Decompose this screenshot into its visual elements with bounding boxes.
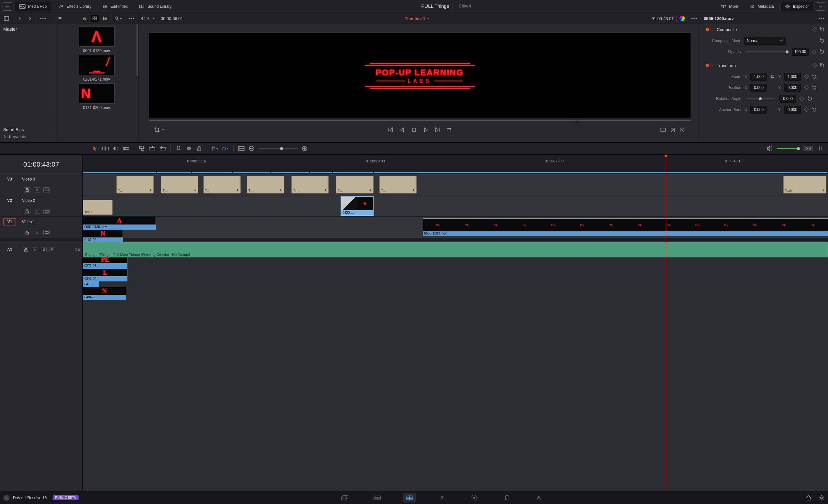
track-disable-icon[interactable] <box>43 230 50 235</box>
viewer-frame[interactable]: POP-UP LEARNING LABS <box>149 33 691 118</box>
timeline-zoom-slider[interactable] <box>259 148 298 149</box>
zoom-y[interactable]: 1.000 <box>784 73 801 81</box>
lock-icon[interactable] <box>24 209 30 214</box>
video-clip[interactable]: N0131-02… <box>83 230 123 243</box>
link-icon[interactable] <box>185 145 192 152</box>
clip-thumb[interactable]: ⎯ 0201-0271.mov <box>55 55 138 82</box>
keyframe-icon[interactable] <box>804 85 809 90</box>
dynamic-trim-tool[interactable] <box>113 145 119 152</box>
sort-icon[interactable] <box>81 15 88 22</box>
track-head-a1[interactable]: A1 ◇ S M 2.0 <box>0 241 82 258</box>
lock-icon[interactable] <box>24 187 30 193</box>
anchor-y[interactable]: 0.000 <box>784 106 801 114</box>
color-page-icon[interactable] <box>468 493 481 502</box>
audio-clip[interactable]: Stranger Things - Full Main Theme (Openi… <box>83 242 828 257</box>
link-icon[interactable] <box>770 74 775 79</box>
blade-tool[interactable] <box>123 145 129 152</box>
keyframe-icon[interactable] <box>813 27 817 32</box>
edit-index-tab[interactable]: Edit Index <box>98 2 132 11</box>
marker-icon[interactable] <box>222 145 229 152</box>
play-icon[interactable] <box>423 127 428 133</box>
stop-icon[interactable] <box>411 127 417 133</box>
playhead[interactable] <box>666 155 666 491</box>
effects-library-tab[interactable]: Effects Library <box>54 2 95 11</box>
rotation-slider[interactable] <box>746 98 775 99</box>
home-icon[interactable] <box>805 495 812 501</box>
play-reverse-icon[interactable] <box>400 127 405 133</box>
fusion-page-icon[interactable] <box>436 493 448 502</box>
track-head-v1[interactable]: V1Video 1 ◇ <box>0 217 82 238</box>
search-icon[interactable] <box>115 15 122 22</box>
match-frame-icon[interactable] <box>660 127 666 133</box>
viewer-zoom[interactable]: 44% <box>141 16 150 21</box>
inspector-tab[interactable]: Inspector <box>781 2 813 11</box>
opacity-slider[interactable] <box>746 51 787 52</box>
compound-clip[interactable]: E 0420-… <box>341 196 373 216</box>
title-clip[interactable]: Text+ <box>83 200 113 215</box>
fairlight-page-icon[interactable] <box>500 493 513 502</box>
title-clip[interactable]: T…✦ <box>247 176 284 194</box>
viewer-scrubber[interactable] <box>149 118 691 124</box>
title-clip[interactable]: T…✦ <box>116 176 154 194</box>
speaker-icon[interactable] <box>767 145 773 152</box>
media-pool-tab[interactable]: Media Pool <box>15 2 51 11</box>
dim-button[interactable]: DIM <box>803 146 813 151</box>
viewer-options[interactable]: ••• <box>691 15 698 22</box>
nav-fwd[interactable] <box>26 15 34 22</box>
metadata-tab[interactable]: Metadata <box>746 2 778 11</box>
selection-tool[interactable] <box>92 145 98 152</box>
anchor-x[interactable]: 0.000 <box>750 106 767 114</box>
opacity-value[interactable]: 100.00 <box>792 48 809 56</box>
lock-icon[interactable] <box>196 145 203 152</box>
full-screen-toggle[interactable] <box>816 2 825 11</box>
keyframe-icon[interactable] <box>804 108 809 112</box>
title-clip[interactable]: T…✦ <box>161 176 198 194</box>
timeline-name[interactable]: Timeline 1 <box>405 16 425 21</box>
reset-icon[interactable] <box>812 107 817 112</box>
reset-icon[interactable] <box>820 49 825 54</box>
flag-icon[interactable] <box>212 145 218 152</box>
cut-page-icon[interactable] <box>371 493 384 502</box>
prev-marker-icon[interactable] <box>679 127 686 133</box>
title-clip[interactable]: T…✦ <box>379 176 417 194</box>
transform-toggle[interactable] <box>705 63 713 68</box>
track-disable-icon[interactable] <box>43 187 50 193</box>
first-frame-icon[interactable] <box>388 127 394 133</box>
grid-view-icon[interactable] <box>91 15 99 22</box>
keyframe-icon[interactable] <box>812 49 816 54</box>
video-clip[interactable]: N0484-05… <box>83 287 126 300</box>
reset-icon[interactable] <box>820 63 825 68</box>
zoom-in-icon[interactable] <box>301 145 308 152</box>
video-clip[interactable]: A0001-0130.mov <box>83 217 156 230</box>
keyframe-icon[interactable] <box>804 74 809 79</box>
last-frame-icon[interactable] <box>434 127 440 133</box>
track-head-v3[interactable]: V3Video 3 ◇ <box>0 174 82 196</box>
clip-thumb[interactable]: Λ 0001-0130.mov <box>55 27 138 53</box>
workspace-dropdown[interactable] <box>3 2 12 11</box>
meters-icon[interactable] <box>817 145 824 152</box>
keywords-bin[interactable]: Keywords <box>3 135 51 139</box>
auto-select-icon[interactable]: ◇ <box>32 247 38 252</box>
next-marker-icon[interactable] <box>670 127 676 133</box>
lock-icon[interactable] <box>24 230 30 235</box>
inspector-options[interactable]: ••• <box>818 15 825 22</box>
media-page-icon[interactable] <box>338 493 351 502</box>
title-clip[interactable]: T…✦ <box>336 176 373 194</box>
trim-tool[interactable] <box>102 145 109 152</box>
track-layout-icon[interactable] <box>238 145 245 152</box>
bin-options[interactable]: ••• <box>39 15 47 22</box>
reset-icon[interactable] <box>812 74 817 79</box>
reset-icon[interactable] <box>807 96 813 101</box>
title-clip[interactable]: T…✦ <box>203 176 241 194</box>
mute-button[interactable]: M <box>49 247 55 252</box>
insert-clip-icon[interactable] <box>139 145 145 152</box>
title-clip[interactable]: Te…✦ <box>291 176 329 194</box>
master-bin[interactable]: Master <box>3 27 51 32</box>
edit-page-icon[interactable] <box>403 493 416 502</box>
volume-slider[interactable] <box>777 148 799 149</box>
auto-select-icon[interactable]: ◇ <box>34 230 40 235</box>
zoom-x[interactable]: 1.000 <box>750 73 767 81</box>
mixer-tab[interactable]: Mixer <box>717 2 742 11</box>
composite-toggle[interactable] <box>705 27 713 32</box>
rotation-value[interactable]: 0.000 <box>780 95 796 102</box>
